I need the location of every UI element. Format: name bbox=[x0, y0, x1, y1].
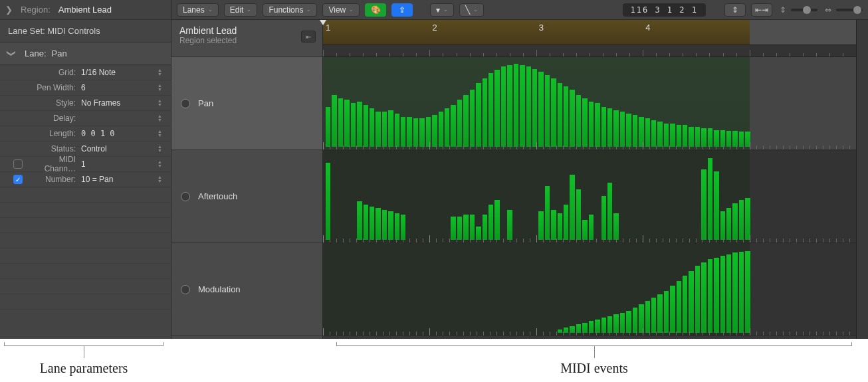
lane-track[interactable] bbox=[323, 150, 868, 243]
lane-parameters-sidebar: ❯ Region: Ambient Lead Lane Set: MIDI Co… bbox=[0, 0, 171, 339]
param-grid[interactable]: Grid: 1/16 Note ▲▼ bbox=[0, 65, 171, 80]
lane-set-row[interactable]: Lane Set: MIDI Controls bbox=[0, 20, 171, 43]
catch-icon[interactable]: ⇪ bbox=[391, 3, 413, 17]
lane-headers: Ambient Lead Region selected ⇤ Pan After… bbox=[171, 20, 323, 339]
stepper-icon[interactable]: ▲▼ bbox=[158, 128, 165, 139]
vertical-zoom-slider[interactable]: ⇕ bbox=[778, 5, 817, 15]
palette-icon[interactable]: 🎨 bbox=[365, 3, 386, 17]
chevron-down-icon: ⌄ bbox=[208, 7, 213, 13]
stepper-icon[interactable]: ▲▼ bbox=[158, 143, 165, 154]
param-style[interactable]: Style: No Frames ▲▼ bbox=[0, 96, 171, 111]
region-info: Ambient Lead Region selected ⇤ bbox=[171, 20, 322, 57]
menu-functions[interactable]: Functions⌄ bbox=[263, 3, 317, 17]
region-header-row[interactable]: ❯ Region: Ambient Lead bbox=[0, 0, 171, 20]
lane-label: Lane: bbox=[25, 48, 47, 58]
region-label: Region: bbox=[21, 5, 51, 15]
chevron-right-icon: ❯ bbox=[5, 5, 13, 15]
midi-channel-checkbox[interactable] bbox=[13, 159, 23, 169]
lane-header[interactable]: Modulation bbox=[171, 243, 322, 336]
scrollbar-spacer bbox=[856, 20, 868, 339]
lane-select-radio[interactable] bbox=[181, 192, 190, 201]
ruler[interactable]: 123456 bbox=[323, 20, 868, 57]
toolbar: Lanes⌄ Edit⌄ Functions⌄ View⌄ 🎨 ⇪ ▾⌄ ╲⌄ … bbox=[171, 0, 868, 20]
lane-select-radio[interactable] bbox=[181, 99, 190, 108]
region-name: Ambient Lead bbox=[58, 5, 112, 15]
menu-lanes[interactable]: Lanes⌄ bbox=[177, 3, 219, 17]
stepper-icon[interactable]: ▲▼ bbox=[158, 98, 165, 108]
chevron-down-icon: ⌄ bbox=[306, 7, 311, 13]
lane-heading-row[interactable]: ❯ Lane: Pan bbox=[0, 43, 171, 65]
region-title: Ambient Lead bbox=[179, 25, 314, 36]
stepper-icon[interactable]: ▲▼ bbox=[158, 67, 165, 78]
lane-name: Aftertouch bbox=[198, 191, 237, 201]
horizontal-auto-zoom-icon[interactable]: ⇤⇥ bbox=[751, 3, 772, 17]
lane-name: Pan bbox=[198, 98, 213, 108]
menu-view[interactable]: View⌄ bbox=[322, 3, 360, 17]
param-delay[interactable]: Delay: ▲▼ bbox=[0, 111, 171, 126]
pointer-tool[interactable]: ▾⌄ bbox=[430, 3, 454, 17]
chevron-down-icon: ⌄ bbox=[473, 7, 478, 13]
param-number[interactable]: ✓ Number: 10 = Pan ▲▼ bbox=[0, 172, 171, 187]
lane-name-value: Pan bbox=[52, 48, 67, 58]
annotation-callouts: Lane parameters MIDI events bbox=[0, 339, 868, 376]
ruler-mark: 2 bbox=[432, 23, 437, 33]
midi-event-bars[interactable] bbox=[326, 154, 750, 240]
horizontal-zoom-icon: ⇔ bbox=[823, 5, 833, 15]
region-subtitle: Region selected bbox=[179, 36, 314, 45]
lane-set-name: MIDI Controls bbox=[47, 26, 100, 36]
param-midi-channel[interactable]: MIDI Chann… 1 ▲▼ bbox=[0, 157, 171, 172]
chevron-down-icon: ⌄ bbox=[247, 7, 251, 13]
vertical-zoom-icon: ⇕ bbox=[778, 5, 788, 15]
main-panel: Lanes⌄ Edit⌄ Functions⌄ View⌄ 🎨 ⇪ ▾⌄ ╲⌄ … bbox=[171, 0, 868, 339]
stepper-icon[interactable]: ▲▼ bbox=[158, 159, 165, 169]
chevron-down-icon: ❯ bbox=[7, 50, 17, 57]
ruler-mark: 1 bbox=[326, 23, 330, 33]
lane-parameters-list: Grid: 1/16 Note ▲▼ Pen Width: 6 ▲▼ Style… bbox=[0, 65, 171, 187]
horizontal-zoom-slider[interactable]: ⇔ bbox=[823, 5, 863, 15]
stepper-icon[interactable]: ▲▼ bbox=[158, 174, 165, 185]
midi-event-bars[interactable] bbox=[326, 61, 750, 147]
lane-select-radio[interactable] bbox=[181, 285, 190, 294]
ruler-mark: 4 bbox=[645, 23, 650, 33]
param-length[interactable]: Length: 0 0 1 0 ▲▼ bbox=[0, 126, 171, 142]
ruler-mark: 3 bbox=[539, 23, 544, 33]
lane-track[interactable] bbox=[323, 57, 868, 150]
number-checkbox[interactable]: ✓ bbox=[13, 175, 23, 184]
chevron-down-icon: ⌄ bbox=[349, 7, 354, 13]
position-display[interactable]: 116 3 1 2 1 bbox=[623, 3, 706, 17]
stepper-icon[interactable]: ▲▼ bbox=[158, 113, 165, 124]
lane-header[interactable]: Aftertouch bbox=[171, 150, 322, 243]
chevron-down-icon: ⌄ bbox=[443, 7, 448, 13]
lane-name: Modulation bbox=[198, 284, 241, 294]
sidebar-filler bbox=[0, 187, 171, 339]
vertical-auto-zoom-icon[interactable]: ⇕ bbox=[724, 3, 746, 17]
pencil-tool[interactable]: ╲⌄ bbox=[459, 3, 484, 17]
param-pen-width[interactable]: Pen Width: 6 ▲▼ bbox=[0, 80, 171, 96]
midi-events-area[interactable]: 123456 bbox=[323, 20, 868, 339]
lane-header[interactable]: Pan bbox=[171, 57, 322, 150]
stepper-icon[interactable]: ▲▼ bbox=[158, 82, 165, 93]
lane-track[interactable] bbox=[323, 243, 868, 336]
midi-event-bars[interactable] bbox=[326, 247, 750, 333]
collapse-panel-icon[interactable]: ⇤ bbox=[301, 31, 316, 43]
menu-edit[interactable]: Edit⌄ bbox=[224, 3, 258, 17]
lane-set-label: Lane Set: bbox=[8, 26, 45, 36]
